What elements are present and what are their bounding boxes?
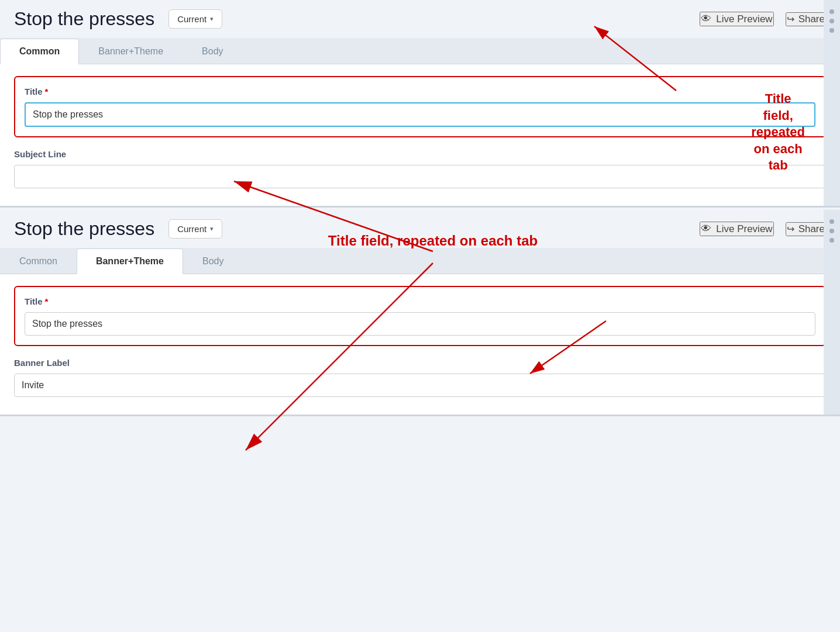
tab-body-1[interactable]: Body — [183, 39, 242, 64]
banner-label-input[interactable] — [14, 374, 826, 397]
required-star-2: * — [45, 296, 49, 306]
tab-common-label-1: Common — [19, 46, 60, 56]
sidebar-dot-2b — [829, 229, 834, 233]
tab-banner-theme-label-1: Banner+Theme — [98, 46, 163, 56]
live-preview-button-2[interactable]: 👁 Live Preview — [700, 222, 773, 236]
tab-body-label-2: Body — [202, 256, 223, 266]
svg-line-1 — [594, 26, 676, 91]
current-button-2[interactable]: Current ▾ — [168, 219, 222, 239]
live-preview-label-2: Live Preview — [716, 223, 772, 235]
header-right-2: 👁 Live Preview ↪ Share — [700, 222, 826, 236]
tab-common-1[interactable]: Common — [0, 39, 79, 64]
eye-icon-2: 👁 — [701, 223, 711, 235]
tab-body-2[interactable]: Body — [183, 248, 243, 274]
sidebar-dot-2a — [829, 219, 834, 224]
section-2: Stop the presses Current ▾ 👁 Live Previe… — [0, 210, 840, 416]
content-area-2: Title * Banner Label — [0, 274, 840, 415]
tab-banner-theme-1[interactable]: Banner+Theme — [79, 39, 183, 64]
banner-label-section: Banner Label — [14, 358, 826, 397]
annotation-text: Title field, repeated on each tab — [751, 91, 805, 174]
tab-common-2[interactable]: Common — [0, 248, 77, 274]
title-field-container-2: Title * — [14, 286, 826, 346]
required-star-1: * — [45, 87, 49, 96]
page-title-2: Stop the presses — [14, 218, 154, 240]
sidebar-dot-1b — [829, 19, 834, 23]
chevron-icon-2: ▾ — [210, 225, 214, 233]
share-icon-2: ↪ — [787, 223, 794, 234]
current-label-1: Current — [177, 14, 206, 24]
page-title-1: Stop the presses — [14, 8, 154, 30]
tab-common-label-2: Common — [19, 256, 57, 266]
sidebar-dot-1c — [829, 28, 834, 33]
chevron-icon-1: ▾ — [210, 15, 214, 23]
sidebar-dot-1a — [829, 9, 834, 14]
title-label-2: Title * — [25, 296, 815, 306]
tab-body-label-1: Body — [202, 46, 223, 56]
banner-label-label: Banner Label — [14, 358, 826, 368]
current-button-1[interactable]: Current ▾ — [168, 9, 222, 29]
share-label-2: Share — [798, 223, 825, 235]
header-2: Stop the presses Current ▾ 👁 Live Previe… — [0, 210, 840, 248]
tab-banner-theme-label-2: Banner+Theme — [96, 256, 164, 266]
title-input-2[interactable] — [25, 312, 815, 336]
sidebar-strip-2 — [824, 210, 840, 415]
sidebar-strip-1 — [824, 0, 840, 206]
tab-bar-2: Common Banner+Theme Body — [0, 248, 840, 274]
current-label-2: Current — [177, 224, 206, 234]
sidebar-dot-2c — [829, 238, 834, 243]
share-button-2[interactable]: ↪ Share — [786, 222, 826, 236]
tab-banner-theme-2[interactable]: Banner+Theme — [77, 248, 183, 274]
